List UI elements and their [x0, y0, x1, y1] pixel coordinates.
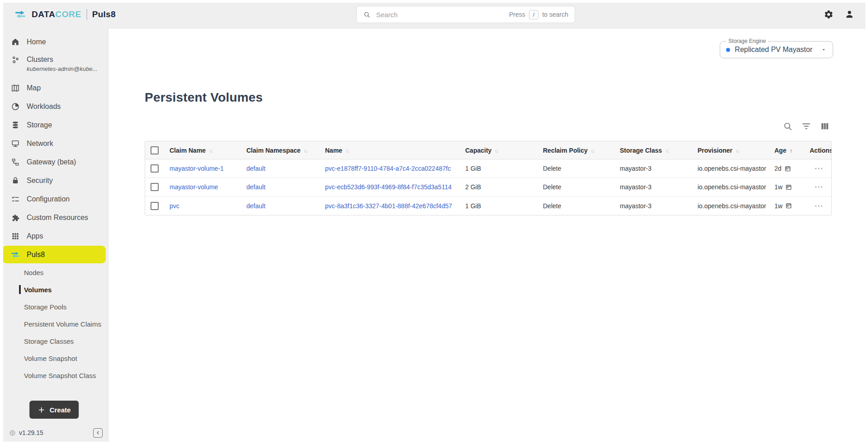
puls8-arrows-icon — [11, 250, 20, 259]
storage-icon — [11, 121, 20, 130]
engine-status-dot — [726, 48, 730, 52]
sidebar-item-apps[interactable]: Apps — [0, 227, 108, 245]
filter-icon[interactable] — [801, 121, 811, 131]
claim-name-link[interactable]: pvc — [170, 202, 179, 210]
age-cell: 1w — [774, 202, 783, 210]
sort-icon[interactable]: ↑↓ — [209, 148, 212, 154]
product-name: Puls8 — [92, 9, 116, 19]
capacity-cell: 1 GiB — [465, 165, 481, 172]
capacity-cell: 1 GiB — [465, 202, 481, 210]
sidebar-subitem-persistent-volume-claims[interactable]: Persistent Volume Claims — [0, 315, 108, 332]
topbar: DATACORE Puls8 Press / to search — [0, 0, 868, 29]
sidebar-item-home[interactable]: Home — [0, 33, 108, 51]
sidebar-subitem-volume-snapshot[interactable]: Volume Snapshot — [0, 350, 108, 367]
settings-icon[interactable] — [824, 9, 834, 19]
row-actions-menu[interactable] — [814, 182, 824, 192]
select-all-checkbox[interactable] — [151, 146, 159, 154]
storage-engine-select[interactable]: Storage Engine Replicated PV Mayastor — [720, 38, 833, 58]
claim-namespace-link[interactable]: default — [246, 202, 265, 210]
map-icon — [11, 84, 20, 93]
age-cell: 1w — [774, 183, 783, 191]
table-row: mayastor-volume default pvc-ecb523d6-993… — [145, 178, 832, 196]
sidebar-subitem-nodes[interactable]: Nodes — [0, 264, 108, 281]
network-icon — [11, 139, 20, 148]
claim-namespace-link[interactable]: default — [246, 165, 265, 172]
calendar-icon — [785, 202, 792, 209]
sidebar-item-security[interactable]: Security — [0, 171, 108, 190]
sidebar-subitem-volume-snapshot-class[interactable]: Volume Snapshot Class — [0, 367, 108, 384]
claim-name-link[interactable]: mayastor-volume — [170, 183, 218, 191]
claim-name-link[interactable]: mayastor-volume-1 — [170, 165, 224, 172]
sidebar-item-puls8[interactable]: Puls8 — [2, 246, 106, 263]
storage-class-cell: mayastor-3 — [620, 183, 651, 191]
version-row: v1.29.15 — [9, 427, 103, 438]
table-search-icon[interactable] — [783, 121, 793, 131]
sidebar-item-configuration[interactable]: Configuration — [0, 190, 108, 208]
global-search[interactable]: Press / to search — [356, 6, 575, 23]
sidebar-subitem-storage-pools[interactable]: Storage Pools — [0, 298, 108, 315]
sidebar-subitem-storage-classes[interactable]: Storage Classes — [0, 332, 108, 350]
sidebar-item-map[interactable]: Map — [0, 79, 108, 97]
sort-icon[interactable]: ↑↓ — [495, 148, 498, 154]
configuration-icon — [11, 195, 20, 204]
storage-engine-value: Replicated PV Mayastor — [735, 46, 812, 54]
datacore-arrows-icon — [14, 9, 27, 20]
sort-icon[interactable]: ↑↓ — [736, 148, 739, 154]
sidebar-item-network[interactable]: Network — [0, 134, 108, 153]
user-icon[interactable] — [844, 9, 854, 19]
volume-name-link[interactable]: pvc-e1878ff7-9110-4784-a7c4-2cca022487fc — [325, 165, 451, 172]
collapse-sidebar-button[interactable] — [93, 428, 103, 438]
table-header-row: Claim Name↑↓ Claim Namespace↑↓ Name↑↓ Ca… — [145, 141, 832, 159]
kubernetes-icon — [9, 430, 16, 436]
sidebar-item-storage[interactable]: Storage — [0, 116, 108, 134]
reclaim-policy-cell: Delete — [543, 165, 561, 172]
search-icon — [363, 11, 371, 19]
age-cell: 2d — [774, 165, 782, 172]
sort-icon[interactable]: ↑↓ — [304, 148, 307, 154]
sort-icon[interactable]: ↑↓ — [665, 148, 668, 154]
row-checkbox[interactable] — [151, 202, 159, 210]
calendar-icon — [785, 184, 792, 191]
main-content: Storage Engine Replicated PV Mayastor Pe… — [108, 29, 868, 444]
version-label: v1.29.15 — [19, 429, 93, 436]
slash-keycap: / — [529, 10, 539, 19]
calendar-icon — [784, 165, 791, 172]
table-row: pvc default pvc-8a3f1c36-3327-4b01-888f-… — [145, 196, 832, 215]
volume-name-link[interactable]: pvc-ecb523d6-993f-4969-8f84-f7c35d3a5114 — [325, 183, 452, 191]
reclaim-policy-cell: Delete — [543, 183, 561, 191]
storage-class-cell: mayastor-3 — [620, 202, 651, 210]
create-button[interactable]: Create — [29, 401, 79, 419]
topbar-actions — [824, 0, 854, 29]
claim-namespace-link[interactable]: default — [246, 183, 265, 191]
sort-icon[interactable]: ↑↓ — [591, 148, 594, 154]
sidebar-item-custom-resources[interactable]: Custom Resources — [0, 208, 108, 227]
plus-icon — [38, 406, 45, 414]
logo-divider — [86, 9, 87, 20]
volume-name-link[interactable]: pvc-8a3f1c36-3327-4b01-888f-42e678cf4d57 — [325, 202, 452, 210]
sidebar-subitem-volumes[interactable]: Volumes — [0, 281, 108, 298]
sidebar-nav: Home Clusters kubernetes-admin@kube... M… — [0, 29, 108, 384]
sort-asc-icon[interactable]: ↑ — [789, 147, 793, 154]
row-actions-menu[interactable] — [814, 201, 824, 211]
sort-icon[interactable]: ↑↓ — [345, 148, 349, 154]
capacity-cell: 2 GiB — [465, 183, 481, 191]
chevron-down-icon — [821, 47, 827, 53]
cluster-context-label: kubernetes-admin@kube... — [27, 65, 97, 72]
table-row: mayastor-volume-1 default pvc-e1878ff7-9… — [145, 159, 832, 178]
brand-name: DATACORE — [32, 9, 81, 19]
search-input[interactable] — [375, 10, 509, 19]
sidebar-item-clusters[interactable]: Clusters kubernetes-admin@kube... — [0, 51, 108, 79]
row-actions-menu[interactable] — [814, 164, 824, 173]
reclaim-policy-cell: Delete — [543, 202, 561, 210]
storage-class-cell: mayastor-3 — [620, 165, 651, 172]
columns-icon[interactable] — [820, 121, 830, 131]
table-body: mayastor-volume-1 default pvc-e1878ff7-9… — [145, 159, 832, 215]
search-hint: Press / to search — [509, 10, 568, 19]
sidebar-item-gateway[interactable]: Gateway (beta) — [0, 153, 108, 171]
row-checkbox[interactable] — [151, 183, 159, 191]
sidebar-item-workloads[interactable]: Workloads — [0, 97, 108, 116]
apps-grid-icon — [11, 232, 20, 241]
row-checkbox[interactable] — [151, 164, 159, 173]
lock-icon — [11, 176, 20, 185]
puzzle-icon — [11, 213, 20, 222]
